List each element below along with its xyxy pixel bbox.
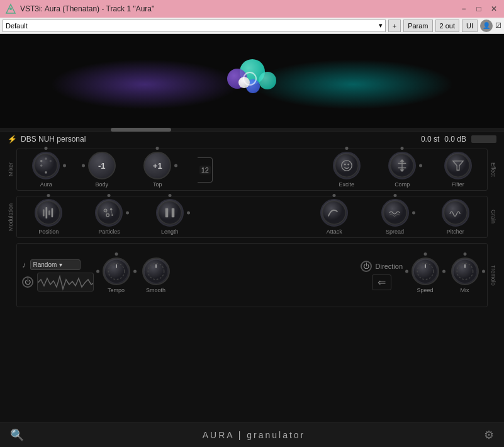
modulation-section: Modulation [6, 193, 498, 240]
excite-knob-svg [334, 153, 359, 178]
lfo-dropdown-arrow-icon: ▾ [59, 261, 62, 268]
visualizer[interactable] [0, 34, 504, 132]
aura-knob[interactable] [32, 152, 60, 179]
tremolo-left-spacer [6, 243, 15, 307]
speed-left-dot [405, 269, 408, 273]
effect-label: Effect [489, 149, 498, 191]
position-label: Position [38, 229, 59, 235]
smooth-label: Smooth [146, 287, 165, 293]
particle-orbs [215, 53, 290, 116]
param-button[interactable]: Param [403, 20, 432, 32]
purple-glow [50, 59, 239, 110]
spread-top-dot [393, 194, 396, 197]
sample-info: ⚡ DBS NUH personal [8, 135, 86, 144]
svg-point-8 [335, 154, 357, 177]
position-knob-svg [36, 200, 61, 225]
position-knob[interactable] [35, 199, 62, 227]
svg-point-4 [45, 157, 47, 160]
speed-knob[interactable] [412, 257, 439, 285]
mix-knob[interactable] [451, 257, 479, 285]
lfo-bottom: ⏻ [22, 273, 94, 291]
svg-point-38 [444, 201, 467, 224]
mix-label: Mix [461, 287, 469, 293]
close-button[interactable]: ✕ [489, 4, 499, 14]
sample-values: 0.0 st 0.0 dB [421, 135, 496, 144]
mix-knob-svg [452, 259, 478, 284]
tempo-right-dot [133, 269, 137, 273]
visualizer-scrollbar[interactable] [0, 128, 504, 132]
attack-top-dot [333, 194, 336, 197]
speed-right-dot [442, 269, 445, 273]
minimize-button[interactable]: − [459, 4, 469, 14]
svg-point-1 [9, 8, 12, 10]
svg-point-10 [344, 164, 346, 166]
speed-knob-group: Speed [408, 257, 442, 293]
search-icon[interactable]: 🔍 [10, 428, 24, 442]
user-avatar: 👤 [480, 20, 493, 32]
aura-knob-group: Aura [29, 152, 64, 188]
spread-knob-svg [383, 200, 408, 225]
aura-right-dot [63, 164, 66, 167]
excite-knob[interactable] [333, 152, 361, 179]
attack-knob[interactable] [320, 199, 348, 227]
top-knob[interactable]: +1 [143, 152, 171, 179]
excite-knob-group: Excite [329, 152, 364, 188]
direction-power-icon: ⏻ [363, 263, 369, 269]
pitch-value: 0.0 st [421, 135, 439, 144]
preset-dropdown[interactable]: Default ▾ [3, 20, 386, 32]
pitcher-knob[interactable] [442, 199, 469, 227]
toolbar: Default ▾ + Param 2 out UI 👤 ☑ [0, 18, 504, 34]
position-top-dot [47, 194, 50, 197]
lfo-type-dropdown[interactable]: Random ▾ [30, 259, 81, 270]
output-button[interactable]: 2 out [435, 20, 459, 32]
filter-knob[interactable] [444, 152, 472, 179]
svg-rect-25 [52, 208, 53, 218]
lfo-section: ♪ Random ▾ ⏻ [22, 259, 94, 291]
tempo-smooth-group: Tempo [99, 257, 173, 293]
add-preset-button[interactable]: + [388, 20, 401, 32]
svg-point-6 [40, 164, 43, 167]
direction-power-button[interactable]: ⏻ [361, 261, 372, 272]
excite-label: Excite [339, 181, 354, 188]
direction-arrows[interactable]: ⇐ [372, 274, 391, 290]
speed-knob-svg [413, 259, 438, 284]
aura-top-dot [45, 147, 48, 150]
pitcher-knob-svg [443, 200, 468, 225]
spread-knob[interactable] [381, 199, 409, 227]
lfo-waveform-svg [38, 273, 94, 291]
svg-point-37 [383, 201, 406, 224]
pitch-slider[interactable] [471, 135, 496, 143]
attack-knob-svg [322, 200, 347, 225]
top-knob-group: +1 Top [140, 152, 175, 188]
direction-header: ⏻ Direction [361, 261, 403, 272]
body-value-display: -1 [98, 161, 106, 171]
lightning-icon: ⚡ [8, 135, 17, 144]
ui-button[interactable]: UI [462, 20, 478, 32]
tempo-label: Tempo [108, 287, 125, 293]
length-knob-svg [157, 200, 182, 225]
spread-knob-group: Spread [378, 199, 412, 235]
particles-knob[interactable] [95, 199, 123, 227]
tremolo-right-label: Tremolo [489, 243, 498, 307]
svg-point-11 [347, 164, 349, 166]
scrollbar-thumb[interactable] [111, 128, 171, 132]
tempo-knob[interactable] [103, 257, 130, 285]
music-note-icon: ♪ [22, 260, 26, 269]
top-label: Top [153, 181, 162, 188]
title-bar: VST3i: Aura (Thenatan) - Track 1 "Aura" … [0, 0, 504, 18]
maximize-button[interactable]: □ [474, 4, 484, 14]
attack-label: Attack [327, 229, 342, 235]
bracket-connector: 12 [196, 157, 215, 183]
svg-point-19 [446, 154, 469, 177]
filter-label: Filter [452, 181, 464, 188]
controls-area: Mixer [0, 146, 504, 422]
body-knob[interactable]: -1 [88, 152, 116, 179]
controls-full: Mixer [6, 146, 498, 422]
comp-knob[interactable] [388, 152, 416, 179]
svg-rect-35 [171, 208, 174, 218]
smooth-knob[interactable] [142, 257, 170, 285]
tempo-knob-svg [104, 259, 129, 284]
length-knob[interactable] [156, 199, 184, 227]
lfo-power-button[interactable]: ⏻ [22, 276, 33, 288]
settings-icon[interactable]: ⚙ [484, 428, 494, 442]
